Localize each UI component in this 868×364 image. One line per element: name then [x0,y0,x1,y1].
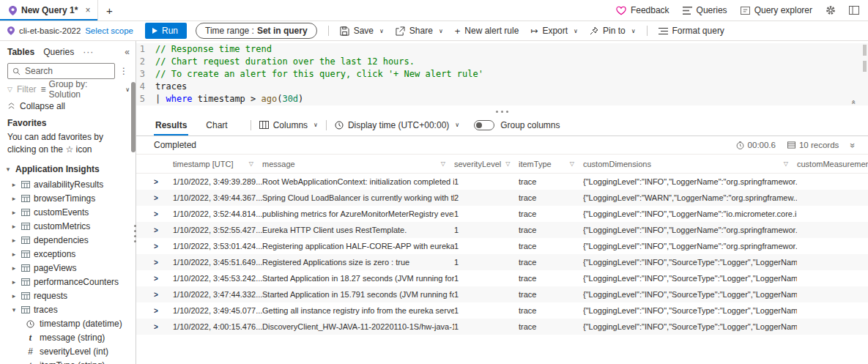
new-tab-button[interactable]: + [98,0,120,21]
table-row[interactable]: >1/10/2022, 4:00:15.476...DiscoveryClien… [136,319,868,335]
column-header[interactable]: timestamp [UTC]▽ [173,155,262,173]
table-column-item[interactable]: #severityLevel (int) [0,345,136,359]
table-row[interactable]: >1/10/2022, 3:49:45.077...Getting all in… [136,302,868,319]
row-expand-icon[interactable]: > [154,174,173,190]
table-column-item[interactable]: titemType (string) [0,359,136,364]
more-tabs-icon[interactable]: ··· [83,47,94,57]
table-column-item[interactable]: tmessage (string) [0,331,136,345]
filter-icon[interactable]: ▽ [249,160,253,167]
display-time-button[interactable]: Display time (UTC+00:00) ∨ [332,120,462,130]
format-query-button[interactable]: Format query [653,26,730,36]
collapse-sidebar-icon[interactable]: « [125,47,130,57]
time-range-button[interactable]: Time range : Set in query [196,23,317,39]
toggle-switch-icon[interactable] [474,120,494,130]
chevron-collapsed-icon[interactable]: ▸ [10,209,18,216]
filter-icon[interactable]: ▽ [441,160,445,167]
save-button[interactable]: Save ∨ [334,26,390,36]
table-row[interactable]: >1/10/2022, 3:47:44.332...Started Applic… [136,286,868,302]
layout-columns-icon[interactable] [849,6,859,15]
sidebar-table-item[interactable]: ▾traces [0,303,136,317]
editor-line[interactable]: 5| where timestamp > ago(30d) [136,93,868,105]
group-by-dropdown[interactable]: ≡ Group by: Solution ∨ [41,79,130,100]
export-button[interactable]: ↦ Export ∨ [524,26,584,36]
column-header[interactable]: customDimensions▽ [583,155,797,173]
settings-gear-icon[interactable] [826,5,836,15]
search-box[interactable] [7,63,115,79]
editor-scrollbar-thumb[interactable] [863,61,867,72]
chevron-collapsed-icon[interactable]: ▸ [10,237,18,244]
editor-scrollbar-thumb[interactable] [863,45,867,56]
sidebar-scrollbar[interactable] [131,82,136,152]
scope-selector[interactable]: cli-et-basic-20220... Select scope [0,26,136,35]
editor-line[interactable]: 2// Chart request duration over the last… [136,56,868,68]
filter-icon[interactable]: ▽ [505,160,510,167]
sidebar-splitter-handle[interactable] [134,230,136,232]
tab-results[interactable]: Results [154,114,188,135]
feedback-button[interactable]: Feedback [616,5,669,15]
editor-results-splitter[interactable] [136,108,868,114]
queries-button[interactable]: Queries [683,5,727,15]
query-explorer-button[interactable]: Query explorer [741,5,812,15]
table-row[interactable]: >1/10/2022, 3:53:01.424...Registering ap… [136,238,868,254]
expand-results-icon[interactable]: » [847,143,858,147]
sidebar-tab-queries[interactable]: Queries [43,47,74,57]
sidebar-table-item[interactable]: ▸customEvents [0,206,136,220]
table-row[interactable]: >1/10/2022, 3:49:39.289...Root WebApplic… [136,174,868,190]
run-button[interactable]: Run [145,23,187,39]
row-expand-icon[interactable]: > [154,206,173,222]
chevron-collapsed-icon[interactable]: ▸ [10,195,18,202]
select-scope-link[interactable]: Select scope [85,26,133,35]
row-expand-icon[interactable]: > [154,190,173,206]
row-expand-icon[interactable]: > [154,238,173,254]
kebab-menu-icon[interactable]: ⋮ [118,66,130,76]
chevron-collapsed-icon[interactable]: ▸ [10,264,18,272]
table-row[interactable]: >1/10/2022, 3:49:44.367...Spring Cloud L… [136,190,868,206]
chevron-expanded-icon[interactable]: ▾ [10,306,18,313]
chevron-collapsed-icon[interactable]: ▸ [10,181,18,188]
chevron-collapsed-icon[interactable]: ▸ [10,250,18,258]
editor-line[interactable]: 1// Response time trend [136,43,868,56]
filter-icon[interactable]: ▽ [570,160,574,167]
row-expand-icon[interactable]: > [154,270,173,286]
sidebar-table-item[interactable]: ▸dependencies [0,234,136,248]
row-expand-icon[interactable]: > [154,286,173,302]
editor-line[interactable]: 4traces [136,81,868,93]
row-expand-icon[interactable]: > [154,319,173,335]
editor-line[interactable]: 3// To create an alert for this query, c… [136,68,868,81]
sidebar-table-item[interactable]: ▸customMetrics [0,220,136,234]
sidebar-table-item[interactable]: ▸performanceCounters [0,275,136,289]
table-row[interactable]: >1/10/2022, 3:45:51.649...Registered App… [136,254,868,270]
sidebar-table-item[interactable]: ▸pageViews [0,261,136,275]
table-column-item[interactable]: timestamp (datetime) [0,317,136,331]
row-expand-icon[interactable]: > [154,302,173,319]
column-header[interactable]: itemType▽ [519,155,583,173]
filter-icon[interactable]: ▽ [784,160,788,167]
collapse-all-button[interactable]: Collapse all [0,98,136,114]
chevron-collapsed-icon[interactable]: ▸ [10,223,18,230]
search-input[interactable] [25,66,110,76]
application-insights-group[interactable]: ▾ Application Insights [0,157,136,178]
row-expand-icon[interactable]: > [154,254,173,270]
sidebar-table-item[interactable]: ▸availabilityResults [0,178,136,192]
columns-button[interactable]: Columns ∨ [256,120,321,130]
group-columns-toggle[interactable]: Group columns [474,120,560,130]
column-header[interactable]: severityLevel▽ [454,155,519,173]
pin-to-button[interactable]: Pin to ∨ [584,26,642,36]
tab-new-query-1[interactable]: New Query 1* × [0,0,98,21]
column-header[interactable]: message▽ [262,155,454,173]
sidebar-tab-tables[interactable]: Tables [7,47,34,57]
sidebar-table-item[interactable]: ▸browserTimings [0,192,136,206]
close-tab-icon[interactable]: × [85,5,90,15]
collapse-editor-icon[interactable]: « [849,100,858,105]
sidebar-table-item[interactable]: ▸requests [0,289,136,303]
new-alert-rule-button[interactable]: + New alert rule [449,26,525,37]
query-editor[interactable]: 1// Response time trend2// Chart request… [136,41,868,108]
chevron-collapsed-icon[interactable]: ▸ [10,292,18,300]
column-header[interactable]: customMeasurements [797,155,868,173]
row-expand-icon[interactable]: > [154,222,173,238]
sidebar-table-item[interactable]: ▸exceptions [0,248,136,261]
table-row[interactable]: >1/10/2022, 3:45:53.242...Started Applic… [136,270,868,286]
table-row[interactable]: >1/10/2022, 3:52:44.814...publishing met… [136,206,868,222]
share-button[interactable]: Share ∨ [390,26,449,36]
chevron-collapsed-icon[interactable]: ▸ [10,278,18,286]
